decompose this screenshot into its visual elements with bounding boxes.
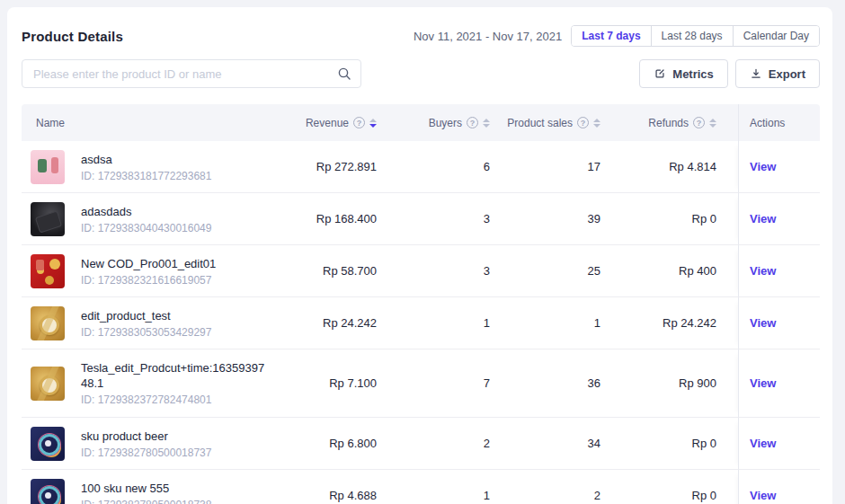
table-row: Tesla_edit_Prodcut+time:1635939748.1 ID:… — [22, 349, 820, 418]
product-name: adasdads — [81, 204, 211, 219]
product-name: sku product beer — [81, 429, 211, 444]
product-search — [22, 59, 361, 88]
view-link[interactable]: View — [750, 160, 776, 173]
product-id: ID: 1729383040430016049 — [81, 222, 211, 234]
metrics-button[interactable]: Metrics — [639, 59, 728, 88]
product-sales-value: 36 — [511, 349, 622, 418]
product-details-card: Product Details Nov 11, 2021 - Nov 17, 2… — [7, 7, 832, 504]
date-range-segmented-control: Last 7 days Last 28 days Calendar Day — [571, 25, 820, 47]
buyers-value: 1 — [398, 470, 511, 504]
product-thumbnail — [31, 479, 65, 504]
product-id: ID: 1729382780500018737 — [81, 447, 211, 459]
revenue-value: Rp 6.800 — [273, 418, 398, 470]
range-option-calendar-day[interactable]: Calendar Day — [733, 26, 819, 46]
help-icon[interactable]: ? — [353, 117, 365, 128]
revenue-value: Rp 58.700 — [273, 245, 398, 297]
range-option-last-28-days[interactable]: Last 28 days — [651, 26, 733, 46]
product-name: 100 sku new 555 — [81, 481, 211, 496]
product-thumbnail — [31, 306, 65, 340]
product-thumbnail — [31, 202, 65, 236]
toolbar: Metrics Export — [7, 59, 832, 88]
table-header-product-sales[interactable]: Product sales ? — [511, 104, 622, 141]
product-name: asdsa — [81, 152, 211, 167]
table-header-buyers[interactable]: Buyers ? — [398, 104, 511, 141]
table-row: 100 sku new 555 ID: 1729382780500018738 … — [22, 470, 820, 504]
action-buttons: Metrics Export — [639, 59, 820, 88]
table-row: asdsa ID: 1729383181772293681 Rp 272.891… — [22, 141, 820, 193]
product-thumbnail — [31, 254, 65, 288]
refunds-value: Rp 0 — [622, 193, 738, 245]
product-sales-value: 17 — [511, 141, 622, 193]
buyers-value: 2 — [398, 418, 511, 470]
view-link[interactable]: View — [750, 212, 776, 225]
product-sales-value: 34 — [511, 418, 622, 470]
product-name: New COD_Pro001_edit01 — [81, 256, 216, 271]
help-icon[interactable]: ? — [467, 117, 478, 128]
product-id: ID: 1729382780500018738 — [81, 499, 211, 504]
revenue-value: Rp 272.891 — [273, 141, 398, 193]
page-title: Product Details — [22, 29, 123, 44]
export-button-label: Export — [769, 67, 805, 81]
product-search-input[interactable] — [22, 59, 361, 88]
product-thumbnail — [31, 150, 65, 184]
table-header-row: Name Revenue ? Buyers ? — [22, 104, 820, 141]
product-id: ID: 1729382321616619057 — [81, 274, 216, 287]
table-row: edit_product_test ID: 172938305305342929… — [22, 297, 820, 349]
buyers-value: 6 — [398, 141, 511, 193]
product-sales-value: 1 — [511, 297, 622, 349]
table-header-refunds[interactable]: Refunds ? — [622, 104, 738, 141]
products-table-wrap: Name Revenue ? Buyers ? — [22, 104, 820, 504]
sort-icon[interactable] — [369, 119, 377, 128]
table-row: adasdads ID: 1729383040430016049 Rp 168.… — [22, 193, 820, 245]
buyers-value: 3 — [398, 193, 511, 245]
product-name: edit_product_test — [81, 308, 211, 323]
download-icon — [750, 67, 762, 80]
product-sales-value: 2 — [511, 470, 622, 504]
revenue-value: Rp 7.100 — [273, 349, 398, 418]
table-row: sku product beer ID: 1729382780500018737… — [22, 418, 820, 470]
sort-icon[interactable] — [483, 119, 490, 128]
revenue-value: Rp 168.400 — [273, 193, 398, 245]
product-id: ID: 1729383053053429297 — [81, 326, 211, 339]
refunds-value: Rp 0 — [622, 418, 738, 470]
view-link[interactable]: View — [750, 264, 776, 278]
metrics-button-label: Metrics — [672, 67, 714, 81]
view-link[interactable]: View — [750, 316, 776, 330]
revenue-value: Rp 4.688 — [273, 470, 398, 504]
refunds-value: Rp 0 — [622, 470, 738, 504]
buyers-value: 1 — [398, 297, 511, 349]
help-icon[interactable]: ? — [577, 117, 589, 128]
edit-metrics-icon — [654, 67, 666, 80]
product-id: ID: 1729382372782474801 — [81, 393, 266, 406]
buyers-value: 3 — [398, 245, 511, 297]
search-icon[interactable] — [337, 66, 351, 81]
revenue-value: Rp 24.242 — [273, 297, 398, 349]
table-row: New COD_Pro001_edit01 ID: 17293823216166… — [22, 245, 820, 297]
table-body: asdsa ID: 1729383181772293681 Rp 272.891… — [22, 141, 820, 504]
product-thumbnail — [31, 427, 65, 461]
sort-icon[interactable] — [709, 119, 716, 128]
product-sales-value: 25 — [511, 245, 622, 297]
refunds-value: Rp 4.814 — [622, 141, 738, 193]
products-table: Name Revenue ? Buyers ? — [22, 104, 820, 504]
refunds-value: Rp 400 — [622, 245, 738, 297]
help-icon[interactable]: ? — [693, 117, 705, 128]
date-range-label: Nov 11, 2021 - Nov 17, 2021 — [414, 30, 562, 43]
product-sales-value: 39 — [511, 193, 622, 245]
refunds-value: Rp 24.242 — [622, 297, 738, 349]
view-link[interactable]: View — [750, 489, 776, 502]
export-button[interactable]: Export — [735, 59, 820, 88]
product-thumbnail — [31, 367, 65, 401]
view-link[interactable]: View — [750, 437, 776, 450]
range-option-last-7-days[interactable]: Last 7 days — [572, 26, 650, 46]
table-header-actions: Actions — [738, 104, 820, 141]
view-link[interactable]: View — [750, 376, 776, 390]
table-header-revenue[interactable]: Revenue ? — [273, 104, 398, 141]
table-header-name: Name — [22, 104, 273, 141]
refunds-value: Rp 900 — [622, 349, 738, 418]
date-controls: Nov 11, 2021 - Nov 17, 2021 Last 7 days … — [414, 25, 820, 47]
product-id: ID: 1729383181772293681 — [81, 170, 211, 182]
sort-icon[interactable] — [593, 119, 600, 128]
buyers-value: 7 — [398, 349, 511, 418]
page-header: Product Details Nov 11, 2021 - Nov 17, 2… — [7, 7, 832, 47]
